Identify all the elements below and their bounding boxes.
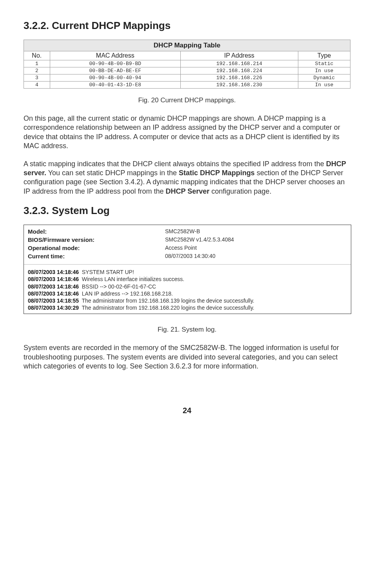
cell-mac: 00-90-4B-00-B9-BD [50, 60, 180, 67]
dhcp-header-no: No. [24, 51, 50, 60]
log-entry: 08/07/2003 14:18:46 LAN IP address --> 1… [28, 290, 347, 297]
dhcp-header-mac: MAC Address [50, 51, 180, 60]
log-entry: 08/07/2003 14:30:29 The administrator fr… [28, 304, 347, 311]
info-label-model: Model: [28, 228, 165, 235]
log-message: BSSID --> 00-02-6F-01-67-CC [82, 283, 156, 290]
cell-type: Static [298, 60, 350, 67]
info-label-time: Current time: [28, 253, 165, 260]
info-value-model: SMC2582W-B [165, 228, 200, 235]
dhcp-table-title: DHCP Mapping Table [24, 40, 350, 51]
log-message: Wireless LAN interface initializes succe… [82, 276, 184, 282]
figure-caption-21: Fig. 21. System log. [24, 326, 350, 334]
log-entry: 08/07/2003 14:18:55 The administrator fr… [28, 297, 347, 304]
section-heading-syslog: 3.2.3. System Log [24, 205, 350, 217]
log-message: SYSTEM START UP! [82, 269, 134, 275]
log-timestamp: 08/07/2003 14:18:46 [28, 283, 79, 290]
cell-mac: 00-BB-DE-AD-BE-EF [50, 67, 180, 74]
dhcp-header-ip: IP Address [180, 51, 298, 60]
cell-ip: 192.168.168.230 [180, 82, 298, 89]
cell-mac: 00-90-4B-00-40-94 [50, 74, 180, 82]
info-value-mode: Access Point [165, 245, 197, 251]
text-fragment: You can set static DHCP mappings in the [46, 169, 179, 177]
dhcp-header-type: Type [298, 51, 350, 60]
table-row: 4 00-40-01-43-1D-E8 192.168.168.230 In u… [24, 82, 350, 89]
log-timestamp: 08/07/2003 14:18:46 [28, 269, 79, 275]
log-message: The administrator from 192.168.168.220 l… [82, 305, 254, 311]
log-entries-block: 08/07/2003 14:18:46 SYSTEM START UP! 08/… [24, 265, 351, 314]
cell-ip: 192.168.168.226 [180, 74, 298, 82]
dhcp-table-header-row: No. MAC Address IP Address Type [24, 51, 350, 60]
info-value-time: 08/07/2003 14:30:40 [165, 253, 215, 260]
table-row: 1 00-90-4B-00-B9-BD 192.168.168.214 Stat… [24, 60, 350, 67]
text-fragment: A static mapping indicates that the DHCP… [24, 160, 326, 168]
cell-mac: 00-40-01-43-1D-E8 [50, 82, 180, 89]
info-row: Model: SMC2582W-B [28, 227, 347, 236]
info-row: BIOS/Firmware version: SMC2582W v1.4/2.5… [28, 236, 347, 244]
body-paragraph: On this page, all the current static or … [24, 114, 350, 151]
cell-no: 4 [24, 82, 50, 89]
log-entry: 08/07/2003 14:18:46 SYSTEM START UP! [28, 269, 347, 276]
page-number: 24 [24, 406, 350, 415]
section-heading-dhcp: 3.2.2. Current DHCP Mappings [24, 20, 350, 32]
log-timestamp: 08/07/2003 14:18:55 [28, 298, 79, 304]
cell-no: 2 [24, 67, 50, 74]
cell-ip: 192.168.168.214 [180, 60, 298, 67]
table-row: 2 00-BB-DE-AD-BE-EF 192.168.168.224 In u… [24, 67, 350, 74]
log-timestamp: 08/07/2003 14:18:46 [28, 276, 79, 282]
log-entry: 08/07/2003 14:18:46 BSSID --> 00-02-6F-0… [28, 283, 347, 290]
log-entry: 08/07/2003 14:18:46 Wireless LAN interfa… [28, 276, 347, 283]
cell-no: 3 [24, 74, 50, 82]
cell-type: In use [298, 67, 350, 74]
info-row: Operational mode: Access Point [28, 244, 347, 252]
info-label-mode: Operational mode: [28, 245, 165, 251]
cell-ip: 192.168.168.224 [180, 67, 298, 74]
info-row: Current time: 08/07/2003 14:30:40 [28, 252, 347, 260]
cell-no: 1 [24, 60, 50, 67]
log-message: LAN IP address --> 192.168.168.218. [82, 290, 173, 297]
text-fragment: configuration page. [209, 187, 271, 195]
system-info-block: Model: SMC2582W-B BIOS/Firmware version:… [24, 225, 351, 265]
body-paragraph: System events are recorded in the memory… [24, 343, 350, 371]
log-timestamp: 08/07/2003 14:18:46 [28, 290, 79, 297]
bold-text: Static DHCP Mappings [179, 169, 255, 177]
log-timestamp: 08/07/2003 14:30:29 [28, 305, 79, 311]
log-message: The administrator from 192.168.168.139 l… [82, 298, 254, 304]
info-value-firmware: SMC2582W v1.4/2.5.3.4084 [165, 236, 234, 243]
dhcp-mapping-table: DHCP Mapping Table No. MAC Address IP Ad… [24, 40, 350, 89]
cell-type: In use [298, 82, 350, 89]
bold-text: DHCP Server [166, 187, 210, 195]
figure-caption-20: Fig. 20 Current DHCP mappings. [24, 96, 350, 104]
cell-type: Dynamic [298, 74, 350, 82]
table-row: 3 00-90-4B-00-40-94 192.168.168.226 Dyna… [24, 74, 350, 82]
body-paragraph: A static mapping indicates that the DHCP… [24, 160, 350, 196]
system-log-box: Model: SMC2582W-B BIOS/Firmware version:… [24, 225, 351, 314]
info-label-firmware: BIOS/Firmware version: [28, 236, 165, 243]
